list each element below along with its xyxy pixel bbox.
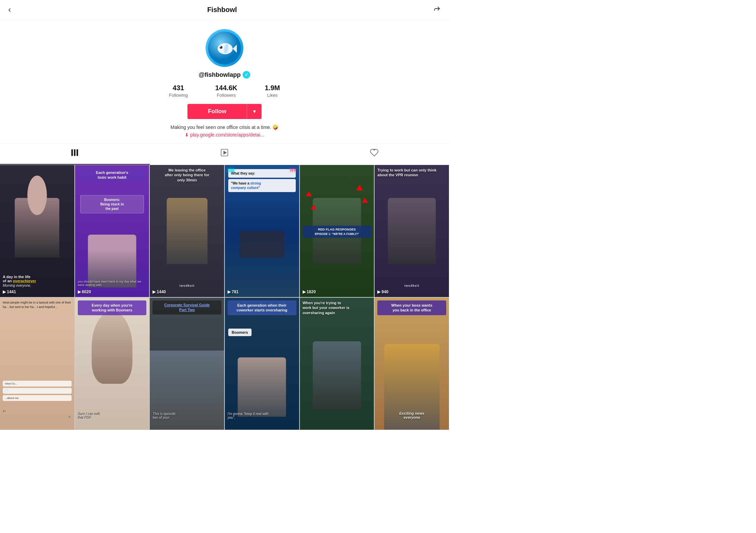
video-count-1: ▶1441 (3, 289, 16, 294)
username-row: @fishbowlapp ✓ (199, 71, 251, 79)
tab-liked[interactable] (299, 143, 449, 165)
svg-point-5 (220, 46, 221, 47)
video-thumb-12[interactable]: When your boss wantsyou back in the offi… (375, 298, 449, 430)
follow-dropdown-button[interactable]: ▼ (247, 104, 261, 119)
avatar (206, 29, 243, 67)
svg-rect-8 (74, 149, 75, 156)
link-icon: ⬇ (185, 132, 189, 138)
video-thumb-10[interactable]: Each generation when theircoworker start… (225, 298, 299, 430)
back-button[interactable]: ‹ (8, 5, 11, 14)
stat-likes[interactable]: 1.9M Likes (265, 84, 280, 98)
following-count: 431 (173, 84, 184, 92)
stats-row: 431 Following 144.6K Followers 1.9M Like… (169, 84, 280, 98)
share-icon (433, 5, 441, 12)
username: @fishbowlapp (199, 71, 241, 79)
profile-section: @fishbowlapp ✓ 431 Following 144.6K Foll… (0, 20, 449, 143)
profile-avatar-image (207, 31, 242, 65)
video-count-2: ▶6020 (78, 289, 91, 294)
bio-text: Making you feel seen one office crisis a… (171, 125, 279, 130)
page-title: Fishbowl (207, 6, 237, 14)
follow-button[interactable]: Follow (187, 104, 247, 119)
tabs-row (0, 143, 449, 165)
video-thumb-9[interactable]: Corporate Survival GuidePart Two This is… (150, 298, 224, 430)
video-count-6: ▶940 (377, 289, 388, 294)
video-grid: A day in the life of an overachiever Mor… (0, 165, 449, 430)
followers-count: 144.6K (215, 84, 237, 92)
verified-badge: ✓ (243, 71, 250, 79)
likes-label: Likes (267, 93, 278, 98)
svg-marker-11 (224, 151, 227, 154)
share-button[interactable] (433, 5, 441, 14)
video-count-5: ▶1820 (303, 289, 316, 294)
video-thumb-11[interactable]: When you're trying towork but your cowor… (300, 298, 374, 430)
video-count-3: ▶1440 (153, 289, 166, 294)
follow-row: Follow ▼ (187, 104, 262, 119)
video-thumb-5[interactable]: RED FLAG RESPONSESEPISODE 1: "WE'RE A FA… (300, 165, 374, 297)
bio-link[interactable]: ⬇ play.google.com/store/apps/detai... (185, 132, 264, 138)
followers-label: Followers (217, 93, 236, 98)
stat-following[interactable]: 431 Following (169, 84, 188, 98)
likes-count: 1.9M (265, 84, 280, 92)
link-url: play.google.com/store/apps/detai... (190, 132, 264, 138)
video-thumb-3[interactable]: Me leaving the officeafter only being th… (150, 165, 224, 297)
stat-followers[interactable]: 144.6K Followers (215, 84, 237, 98)
video-thumb-4[interactable]: What they say: "We have a strongcompany … (225, 165, 299, 297)
video-thumb-6[interactable]: Trying to work but can only think about … (375, 165, 449, 297)
video-thumb-1[interactable]: A day in the life of an overachiever Mor… (0, 165, 74, 297)
top-bar: ‹ Fishbowl (0, 0, 449, 20)
tab-play[interactable] (150, 143, 300, 165)
video-thumb-2[interactable]: Each generation'stoxic work habit Boomer… (75, 165, 149, 297)
video-thumb-8[interactable]: Every day when you'reworking with Boomer… (75, 298, 149, 430)
svg-rect-7 (72, 149, 73, 156)
following-label: Following (169, 93, 188, 98)
video-count-4: ▶781 (228, 289, 239, 294)
heart-icon (370, 148, 379, 159)
play-icon (220, 148, 229, 159)
video-thumb-7[interactable]: Most people might be in a lawsuit with o… (0, 298, 74, 430)
svg-rect-9 (77, 149, 78, 156)
tab-grid[interactable] (0, 143, 150, 165)
grid-icon (70, 148, 79, 159)
